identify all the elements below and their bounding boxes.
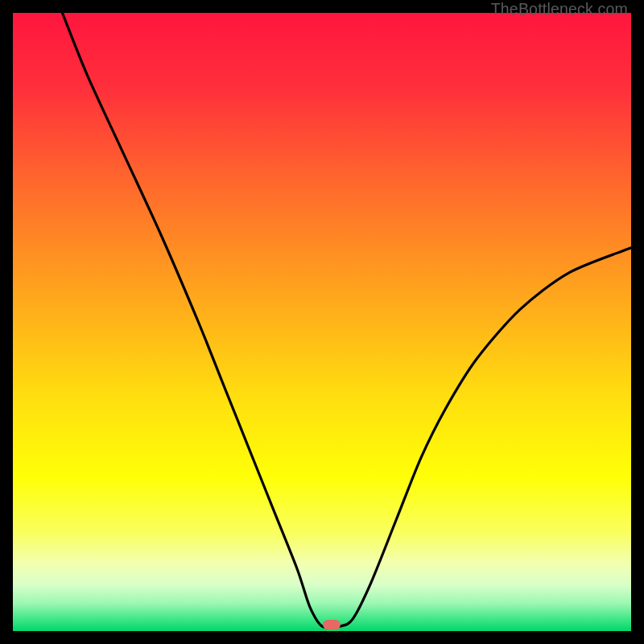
- watermark-text: TheBottleneck.com: [491, 0, 628, 19]
- bottleneck-curve: [13, 13, 631, 631]
- optimal-point-marker: [323, 620, 341, 630]
- plot-area: [13, 13, 631, 631]
- chart-frame: TheBottleneck.com: [0, 0, 644, 644]
